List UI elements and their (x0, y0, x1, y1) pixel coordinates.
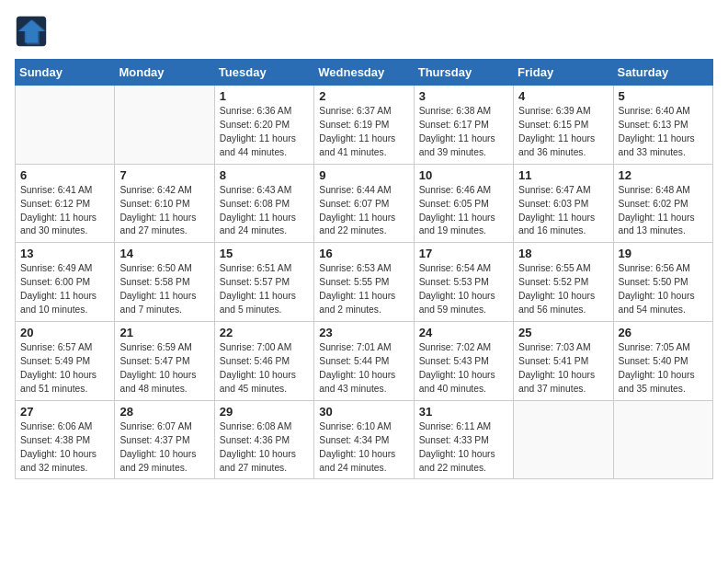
sun-info: Sunrise: 6:06 AMSunset: 4:38 PMDaylight:… (20, 420, 110, 476)
day-number: 18 (518, 247, 609, 260)
calendar-cell: 8Sunrise: 6:43 AMSunset: 6:08 PMDaylight… (214, 164, 313, 243)
calendar-cell (115, 86, 214, 165)
calendar-cell: 17Sunrise: 6:54 AMSunset: 5:53 PMDayligh… (414, 243, 513, 322)
sun-info: Sunrise: 6:50 AMSunset: 5:58 PMDaylight:… (119, 262, 210, 317)
calendar-week-row: 1Sunrise: 6:36 AMSunset: 6:20 PMDaylight… (16, 86, 713, 165)
day-number: 2 (319, 89, 409, 103)
weekday-header-saturday: Saturday (613, 60, 712, 86)
calendar-cell: 27Sunrise: 6:06 AMSunset: 4:38 PMDayligh… (16, 400, 115, 479)
day-number: 16 (319, 247, 409, 260)
day-number: 8 (220, 168, 310, 182)
day-number: 20 (20, 326, 110, 339)
sun-info: Sunrise: 6:38 AMSunset: 6:17 PMDaylight:… (419, 105, 509, 160)
logo (15, 15, 50, 48)
calendar-cell: 12Sunrise: 6:48 AMSunset: 6:02 PMDayligh… (613, 164, 712, 243)
header (15, 15, 713, 48)
calendar-week-row: 13Sunrise: 6:49 AMSunset: 6:00 PMDayligh… (16, 243, 713, 322)
sun-info: Sunrise: 6:51 AMSunset: 5:57 PMDaylight:… (220, 262, 310, 317)
calendar-cell: 19Sunrise: 6:56 AMSunset: 5:50 PMDayligh… (613, 243, 712, 322)
sun-info: Sunrise: 7:05 AMSunset: 5:40 PMDaylight:… (619, 341, 709, 396)
calendar-cell: 1Sunrise: 6:36 AMSunset: 6:20 PMDaylight… (214, 86, 313, 165)
day-number: 25 (518, 326, 609, 339)
day-number: 11 (518, 168, 609, 182)
sun-info: Sunrise: 6:07 AMSunset: 4:37 PMDaylight:… (119, 420, 210, 476)
day-number: 13 (20, 247, 110, 260)
calendar-cell: 29Sunrise: 6:08 AMSunset: 4:36 PMDayligh… (214, 400, 313, 479)
calendar-cell: 18Sunrise: 6:55 AMSunset: 5:52 PMDayligh… (514, 243, 613, 322)
day-number: 7 (119, 168, 210, 182)
calendar-cell: 11Sunrise: 6:47 AMSunset: 6:03 PMDayligh… (514, 164, 613, 243)
weekday-header-monday: Monday (115, 60, 214, 86)
sun-info: Sunrise: 6:55 AMSunset: 5:52 PMDaylight:… (518, 262, 609, 317)
calendar-cell: 10Sunrise: 6:46 AMSunset: 6:05 PMDayligh… (414, 164, 513, 243)
calendar-cell: 15Sunrise: 6:51 AMSunset: 5:57 PMDayligh… (214, 243, 313, 322)
calendar-table: SundayMondayTuesdayWednesdayThursdayFrid… (15, 59, 713, 479)
sun-info: Sunrise: 7:01 AMSunset: 5:44 PMDaylight:… (319, 341, 409, 396)
calendar-cell (16, 86, 115, 165)
day-number: 4 (518, 89, 609, 103)
calendar-cell: 7Sunrise: 6:42 AMSunset: 6:10 PMDaylight… (115, 164, 214, 243)
sun-info: Sunrise: 6:47 AMSunset: 6:03 PMDaylight:… (518, 184, 609, 239)
day-number: 10 (419, 168, 509, 182)
calendar-cell: 6Sunrise: 6:41 AMSunset: 6:12 PMDaylight… (16, 164, 115, 243)
sun-info: Sunrise: 6:08 AMSunset: 4:36 PMDaylight:… (220, 420, 310, 476)
sun-info: Sunrise: 6:41 AMSunset: 6:12 PMDaylight:… (20, 184, 110, 239)
day-number: 3 (419, 89, 509, 103)
day-number: 22 (220, 326, 310, 339)
calendar-cell: 3Sunrise: 6:38 AMSunset: 6:17 PMDaylight… (414, 86, 513, 165)
calendar-cell: 26Sunrise: 7:05 AMSunset: 5:40 PMDayligh… (613, 322, 712, 401)
day-number: 30 (319, 405, 409, 419)
sun-info: Sunrise: 6:43 AMSunset: 6:08 PMDaylight:… (220, 184, 310, 239)
sun-info: Sunrise: 6:53 AMSunset: 5:55 PMDaylight:… (319, 262, 409, 317)
sun-info: Sunrise: 6:40 AMSunset: 6:13 PMDaylight:… (619, 105, 709, 160)
calendar-cell: 24Sunrise: 7:02 AMSunset: 5:43 PMDayligh… (414, 322, 513, 401)
sun-info: Sunrise: 6:59 AMSunset: 5:47 PMDaylight:… (119, 341, 210, 396)
calendar-cell: 13Sunrise: 6:49 AMSunset: 6:00 PMDayligh… (16, 243, 115, 322)
day-number: 19 (619, 247, 709, 260)
day-number: 26 (619, 326, 709, 339)
sun-info: Sunrise: 6:56 AMSunset: 5:50 PMDaylight:… (619, 262, 709, 317)
sun-info: Sunrise: 6:46 AMSunset: 6:05 PMDaylight:… (419, 184, 509, 239)
sun-info: Sunrise: 6:36 AMSunset: 6:20 PMDaylight:… (220, 105, 310, 160)
logo-icon (15, 15, 48, 48)
day-number: 27 (20, 405, 110, 419)
day-number: 17 (419, 247, 509, 260)
sun-info: Sunrise: 6:49 AMSunset: 6:00 PMDaylight:… (20, 262, 110, 317)
sun-info: Sunrise: 6:37 AMSunset: 6:19 PMDaylight:… (319, 105, 409, 160)
page: SundayMondayTuesdayWednesdayThursdayFrid… (0, 0, 728, 488)
day-number: 21 (119, 326, 210, 339)
calendar-cell: 2Sunrise: 6:37 AMSunset: 6:19 PMDaylight… (314, 86, 414, 165)
sun-info: Sunrise: 6:48 AMSunset: 6:02 PMDaylight:… (619, 184, 709, 239)
day-number: 31 (419, 405, 509, 419)
day-number: 14 (119, 247, 210, 260)
day-number: 24 (419, 326, 509, 339)
calendar-cell: 25Sunrise: 7:03 AMSunset: 5:41 PMDayligh… (514, 322, 613, 401)
sun-info: Sunrise: 6:39 AMSunset: 6:15 PMDaylight:… (518, 105, 609, 160)
calendar-cell (613, 400, 712, 479)
calendar-cell: 4Sunrise: 6:39 AMSunset: 6:15 PMDaylight… (514, 86, 613, 165)
calendar-cell (514, 400, 613, 479)
calendar-cell: 23Sunrise: 7:01 AMSunset: 5:44 PMDayligh… (314, 322, 414, 401)
calendar-header-row: SundayMondayTuesdayWednesdayThursdayFrid… (16, 60, 713, 86)
calendar-cell: 28Sunrise: 6:07 AMSunset: 4:37 PMDayligh… (115, 400, 214, 479)
sun-info: Sunrise: 6:10 AMSunset: 4:34 PMDaylight:… (319, 420, 409, 476)
sun-info: Sunrise: 6:11 AMSunset: 4:33 PMDaylight:… (419, 420, 509, 476)
calendar-cell: 22Sunrise: 7:00 AMSunset: 5:46 PMDayligh… (214, 322, 313, 401)
weekday-header-tuesday: Tuesday (214, 60, 313, 86)
day-number: 1 (220, 89, 310, 103)
sun-info: Sunrise: 7:00 AMSunset: 5:46 PMDaylight:… (220, 341, 310, 396)
weekday-header-thursday: Thursday (414, 60, 513, 86)
sun-info: Sunrise: 6:42 AMSunset: 6:10 PMDaylight:… (119, 184, 210, 239)
calendar-cell: 14Sunrise: 6:50 AMSunset: 5:58 PMDayligh… (115, 243, 214, 322)
day-number: 9 (319, 168, 409, 182)
calendar-week-row: 20Sunrise: 6:57 AMSunset: 5:49 PMDayligh… (16, 322, 713, 401)
calendar-cell: 20Sunrise: 6:57 AMSunset: 5:49 PMDayligh… (16, 322, 115, 401)
weekday-header-friday: Friday (514, 60, 613, 86)
day-number: 29 (220, 405, 310, 419)
day-number: 15 (220, 247, 310, 260)
calendar-cell: 16Sunrise: 6:53 AMSunset: 5:55 PMDayligh… (314, 243, 414, 322)
day-number: 12 (619, 168, 709, 182)
calendar-cell: 30Sunrise: 6:10 AMSunset: 4:34 PMDayligh… (314, 400, 414, 479)
day-number: 28 (119, 405, 210, 419)
calendar-cell: 21Sunrise: 6:59 AMSunset: 5:47 PMDayligh… (115, 322, 214, 401)
